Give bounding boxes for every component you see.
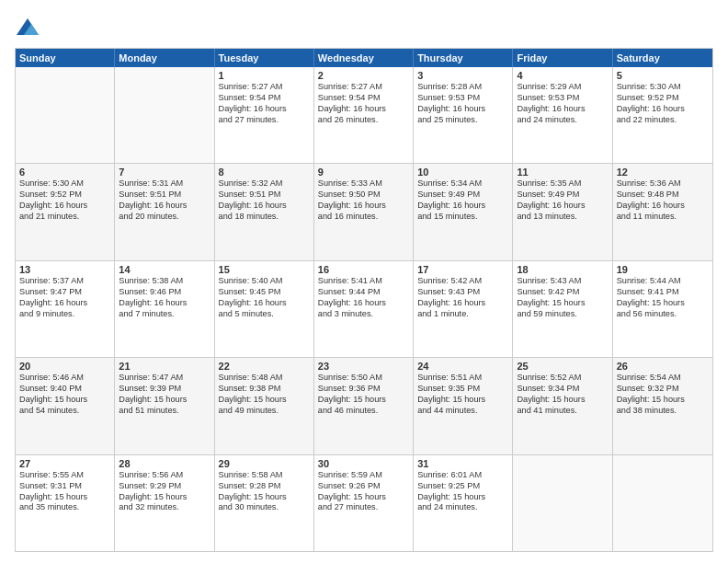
cell-line: and 46 minutes.	[318, 406, 409, 417]
cell-line: Sunset: 9:46 PM	[119, 287, 210, 298]
cell-line: Sunset: 9:40 PM	[19, 384, 110, 395]
cell-line: Sunrise: 5:30 AM	[19, 178, 110, 190]
cell-line: Daylight: 16 hours	[219, 201, 310, 212]
cell-line: Sunset: 9:32 PM	[617, 384, 709, 395]
cell-line: Daylight: 15 hours	[219, 492, 310, 503]
calendar-row-4: 27Sunrise: 5:55 AMSunset: 9:31 PMDayligh…	[16, 454, 712, 551]
calendar-cell	[513, 455, 612, 551]
cell-line: and 22 minutes.	[617, 115, 709, 126]
cell-line: Sunrise: 5:58 AM	[219, 470, 310, 481]
cell-line: Sunrise: 5:33 AM	[318, 178, 409, 190]
cell-line: Sunset: 9:38 PM	[219, 384, 310, 395]
day-number: 17	[417, 264, 508, 275]
calendar-cell: 9Sunrise: 5:33 AMSunset: 9:50 PMDaylight…	[314, 164, 414, 259]
cell-line: Daylight: 16 hours	[517, 201, 608, 212]
cell-line: Sunrise: 5:28 AM	[417, 82, 508, 93]
cell-line: and 32 minutes.	[119, 502, 210, 513]
cell-line: Sunset: 9:51 PM	[119, 190, 210, 201]
day-number: 20	[19, 361, 110, 372]
cell-line: Daylight: 15 hours	[517, 395, 608, 406]
cell-line: Sunset: 9:53 PM	[417, 93, 508, 104]
day-number: 28	[119, 458, 210, 469]
cell-line: Daylight: 15 hours	[119, 492, 210, 503]
cell-line: and 16 minutes.	[318, 212, 409, 223]
cell-line: Sunset: 9:31 PM	[19, 481, 110, 492]
calendar-cell: 30Sunrise: 5:59 AMSunset: 9:26 PMDayligh…	[314, 455, 414, 551]
cell-line: and 41 minutes.	[517, 406, 608, 417]
day-number: 22	[219, 361, 310, 372]
day-number: 26	[617, 361, 709, 372]
cell-line: Sunset: 9:52 PM	[617, 93, 709, 104]
day-number: 4	[517, 70, 608, 81]
cell-line: and 5 minutes.	[219, 309, 310, 320]
calendar-cell: 15Sunrise: 5:40 AMSunset: 9:45 PMDayligh…	[215, 261, 314, 357]
cell-line: Daylight: 16 hours	[219, 298, 310, 309]
calendar-header: SundayMondayTuesdayWednesdayThursdayFrid…	[16, 49, 712, 67]
calendar-cell	[115, 67, 214, 163]
cell-line: and 56 minutes.	[617, 309, 709, 320]
cell-line: Sunrise: 5:31 AM	[119, 178, 210, 190]
cell-line: and 27 minutes.	[318, 502, 409, 513]
calendar-cell: 11Sunrise: 5:35 AMSunset: 9:49 PMDayligh…	[513, 164, 612, 259]
cell-line: Sunrise: 5:37 AM	[19, 276, 110, 287]
cell-line: Sunrise: 6:01 AM	[417, 470, 508, 481]
cell-line: Daylight: 16 hours	[318, 104, 409, 115]
calendar-cell: 3Sunrise: 5:28 AMSunset: 9:53 PMDaylight…	[414, 67, 513, 163]
calendar-cell: 2Sunrise: 5:27 AMSunset: 9:54 PMDaylight…	[314, 67, 414, 163]
cell-line: and 3 minutes.	[318, 309, 409, 320]
cell-line: Sunrise: 5:40 AM	[219, 276, 310, 287]
cell-line: Sunset: 9:43 PM	[417, 287, 508, 298]
cell-line: and 26 minutes.	[318, 115, 409, 126]
calendar-cell: 27Sunrise: 5:55 AMSunset: 9:31 PMDayligh…	[16, 455, 115, 551]
calendar-cell	[613, 455, 712, 551]
day-number: 1	[219, 70, 310, 81]
calendar-cell: 23Sunrise: 5:50 AMSunset: 9:36 PMDayligh…	[314, 358, 414, 454]
day-number: 2	[318, 70, 409, 81]
cell-line: Sunrise: 5:32 AM	[219, 178, 310, 190]
calendar-row-3: 20Sunrise: 5:46 AMSunset: 9:40 PMDayligh…	[16, 357, 712, 454]
cell-line: Sunset: 9:45 PM	[219, 287, 310, 298]
cell-line: Sunset: 9:49 PM	[417, 190, 508, 201]
cell-line: Sunrise: 5:36 AM	[617, 178, 709, 190]
calendar-cell: 19Sunrise: 5:44 AMSunset: 9:41 PMDayligh…	[613, 261, 712, 357]
cell-line: Sunset: 9:54 PM	[219, 93, 310, 104]
cell-line: Sunset: 9:48 PM	[617, 190, 709, 201]
day-number: 9	[318, 167, 409, 178]
cell-line: Sunrise: 5:42 AM	[417, 276, 508, 287]
calendar-row-2: 13Sunrise: 5:37 AMSunset: 9:47 PMDayligh…	[16, 260, 712, 357]
calendar-cell: 21Sunrise: 5:47 AMSunset: 9:39 PMDayligh…	[115, 358, 214, 454]
cell-line: Daylight: 15 hours	[417, 492, 508, 503]
cell-line: and 15 minutes.	[417, 212, 508, 223]
cell-line: Sunset: 9:29 PM	[119, 481, 210, 492]
calendar-cell: 20Sunrise: 5:46 AMSunset: 9:40 PMDayligh…	[16, 358, 115, 454]
calendar-cell: 16Sunrise: 5:41 AMSunset: 9:44 PMDayligh…	[314, 261, 414, 357]
calendar-header-cell-wednesday: Wednesday	[314, 49, 414, 67]
calendar-cell: 12Sunrise: 5:36 AMSunset: 9:48 PMDayligh…	[613, 164, 712, 259]
calendar-cell: 31Sunrise: 6:01 AMSunset: 9:25 PMDayligh…	[414, 455, 513, 551]
cell-line: Sunrise: 5:46 AM	[19, 373, 110, 384]
calendar-cell: 18Sunrise: 5:43 AMSunset: 9:42 PMDayligh…	[513, 261, 612, 357]
cell-line: Daylight: 15 hours	[617, 298, 709, 309]
day-number: 14	[119, 264, 210, 275]
cell-line: and 27 minutes.	[219, 115, 310, 126]
cell-line: and 30 minutes.	[219, 502, 310, 513]
cell-line: Sunrise: 5:50 AM	[318, 373, 409, 384]
day-number: 25	[517, 361, 608, 372]
logo	[15, 15, 44, 40]
cell-line: Sunrise: 5:56 AM	[119, 470, 210, 481]
cell-line: Sunrise: 5:34 AM	[417, 178, 508, 190]
day-number: 12	[617, 167, 709, 178]
cell-line: Sunset: 9:34 PM	[517, 384, 608, 395]
day-number: 13	[19, 264, 110, 275]
calendar-cell: 29Sunrise: 5:58 AMSunset: 9:28 PMDayligh…	[215, 455, 314, 551]
day-number: 7	[119, 167, 210, 178]
calendar-cell: 22Sunrise: 5:48 AMSunset: 9:38 PMDayligh…	[215, 358, 314, 454]
calendar-cell: 4Sunrise: 5:29 AMSunset: 9:53 PMDaylight…	[513, 67, 612, 163]
cell-line: Sunset: 9:50 PM	[318, 190, 409, 201]
cell-line: Daylight: 16 hours	[417, 298, 508, 309]
calendar-cell: 28Sunrise: 5:56 AMSunset: 9:29 PMDayligh…	[115, 455, 214, 551]
cell-line: Sunset: 9:51 PM	[219, 190, 310, 201]
day-number: 31	[417, 458, 508, 469]
cell-line: Sunrise: 5:51 AM	[417, 373, 508, 384]
cell-line: Sunset: 9:54 PM	[318, 93, 409, 104]
